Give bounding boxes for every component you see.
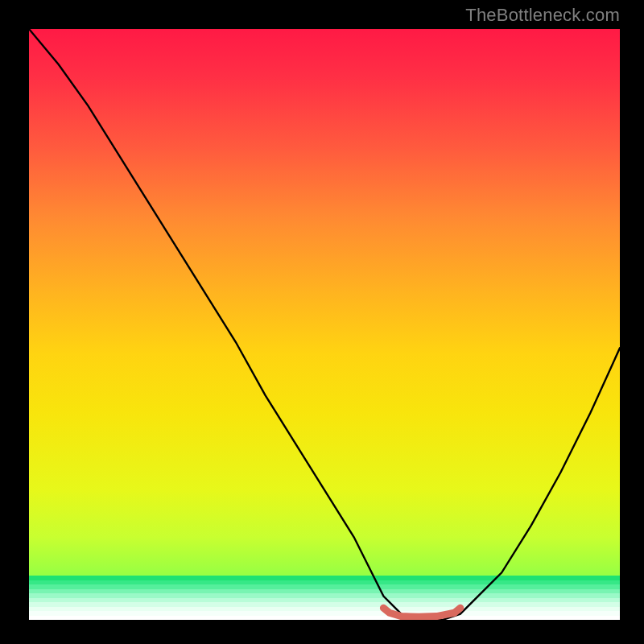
bottleneck-curve xyxy=(29,29,620,620)
optimal-range-marker xyxy=(383,608,460,617)
chart-frame: TheBottleneck.com xyxy=(0,0,644,644)
watermark-text: TheBottleneck.com xyxy=(465,5,620,26)
curve-layer xyxy=(29,29,620,620)
plot-area xyxy=(29,29,620,620)
